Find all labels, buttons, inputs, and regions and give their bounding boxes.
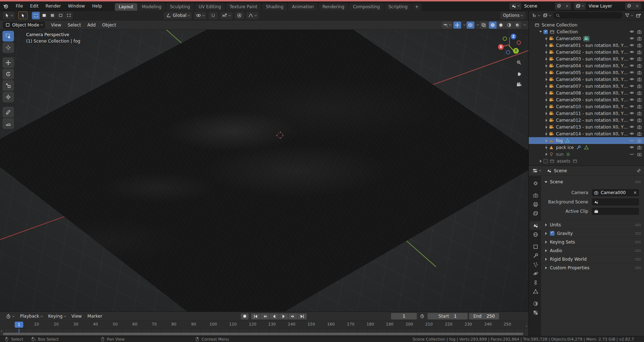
gizmo-dropdown[interactable] bbox=[463, 23, 466, 26]
active-tool-dropdown[interactable] bbox=[3, 12, 15, 19]
disable-render-icon[interactable] bbox=[637, 97, 642, 102]
tool-select-box[interactable] bbox=[3, 31, 14, 42]
select-mode-extend[interactable] bbox=[40, 12, 48, 19]
outliner-row-pack-ice[interactable]: pack ice bbox=[529, 144, 644, 151]
properties-tab-texture[interactable] bbox=[530, 308, 541, 317]
proportional-editing-toggle[interactable] bbox=[235, 12, 244, 19]
properties-tab-constraints[interactable] bbox=[530, 278, 541, 287]
disable-render-icon[interactable] bbox=[637, 84, 642, 89]
properties-tab-scene[interactable] bbox=[530, 221, 541, 230]
outliner-display-mode-dropdown[interactable] bbox=[542, 13, 552, 18]
render-disabled-icon[interactable] bbox=[637, 152, 642, 157]
prev-keyframe-button[interactable] bbox=[260, 313, 269, 319]
disclosure-arrow[interactable] bbox=[545, 85, 548, 88]
gizmo-y-axis[interactable]: Y bbox=[513, 48, 519, 54]
outliner-row-fog[interactable]: fog bbox=[529, 137, 644, 144]
workspace-tab-add[interactable]: + bbox=[412, 3, 421, 11]
outliner-row-camera008-sun-rotation-x0-y70-[interactable]: Camera008 - sun rotation X0, Y70, Z20 bbox=[529, 90, 644, 96]
workspace-tab-texture-paint[interactable]: Texture Paint bbox=[226, 3, 261, 11]
add-view-layer-icon[interactable] bbox=[625, 3, 633, 10]
outliner-row-camera010-sun-rotation-x0-y70-[interactable]: Camera010 - sun rotation X0, Y70, Z100 bbox=[529, 103, 644, 110]
disclosure-arrow[interactable] bbox=[545, 98, 548, 101]
disable-render-icon[interactable] bbox=[637, 70, 642, 75]
properties-tab-render[interactable] bbox=[530, 191, 541, 200]
panel-collapsed-caret[interactable] bbox=[545, 241, 547, 244]
viewport-menu-select[interactable]: Select bbox=[64, 23, 84, 28]
zoom-button[interactable] bbox=[514, 58, 524, 67]
shading-dropdown[interactable] bbox=[523, 23, 526, 26]
remove-view-layer-icon[interactable]: × bbox=[633, 4, 641, 9]
timeline-menu-view[interactable]: View bbox=[69, 314, 84, 319]
disclosure-arrow[interactable] bbox=[545, 51, 548, 54]
panel-drag-handle[interactable] bbox=[635, 266, 640, 269]
workspace-tab-scripting[interactable]: Scripting bbox=[385, 3, 411, 11]
background-scene-field[interactable] bbox=[592, 198, 639, 206]
hide-viewport-icon[interactable] bbox=[629, 57, 634, 62]
scene-panel-header[interactable]: Scene bbox=[541, 178, 644, 186]
view-layer-selector[interactable]: View Layer × bbox=[574, 3, 641, 10]
disclosure-arrow[interactable] bbox=[545, 37, 548, 40]
mode-dropdown[interactable]: Object Mode bbox=[3, 21, 45, 29]
menu-edit[interactable]: Edit bbox=[26, 4, 42, 9]
panel-audio[interactable]: Audio bbox=[541, 246, 644, 255]
outliner-row-camera012-sun-rotation-x0-y70-[interactable]: Camera012 - sun rotation X0, Y70, Z250 bbox=[529, 117, 644, 124]
workspace-tab-rendering[interactable]: Rendering bbox=[318, 3, 348, 11]
hide-viewport-icon[interactable] bbox=[629, 125, 634, 130]
disable-render-icon[interactable] bbox=[637, 145, 642, 150]
panel-drag-handle[interactable] bbox=[635, 249, 640, 252]
jump-to-start-button[interactable] bbox=[251, 313, 260, 319]
viewport-menu-add[interactable]: Add bbox=[84, 23, 99, 28]
timeline-menu-playback[interactable]: Playback bbox=[17, 314, 45, 319]
properties-tab-object[interactable] bbox=[530, 242, 541, 251]
hide-viewport-icon[interactable] bbox=[629, 104, 634, 109]
disable-render-icon[interactable] bbox=[637, 125, 642, 130]
outliner-row-camera011-sun-rotation-x0-y70-[interactable]: Camera011 - sun rotation X0, Y70, Z280 bbox=[529, 110, 644, 117]
gizmo-z-neg[interactable] bbox=[506, 50, 510, 54]
panel-collapsed-caret[interactable] bbox=[545, 266, 547, 269]
hide-viewport-icon[interactable] bbox=[629, 43, 634, 48]
panel-rigid-body-world[interactable]: Rigid Body World bbox=[541, 255, 644, 264]
jump-to-end-button[interactable] bbox=[298, 313, 307, 319]
snap-target-dropdown[interactable] bbox=[220, 12, 233, 19]
cursor-3d[interactable] bbox=[277, 133, 283, 138]
view-layer-icon[interactable] bbox=[574, 3, 586, 10]
timeline-channels[interactable]: › ‹ bbox=[0, 328, 528, 336]
view-layer-name[interactable]: View Layer bbox=[586, 3, 625, 10]
workspace-tab-uv-editing[interactable]: UV Editing bbox=[195, 3, 225, 11]
hide-viewport-icon[interactable] bbox=[629, 77, 634, 82]
tool-transform[interactable] bbox=[3, 92, 14, 102]
outliner-row-assets[interactable]: assets bbox=[529, 158, 644, 164]
panel-drag-handle[interactable] bbox=[635, 223, 640, 226]
properties-tab-output[interactable] bbox=[530, 200, 541, 209]
disable-render-icon[interactable] bbox=[637, 77, 642, 82]
scene-icon[interactable] bbox=[509, 3, 521, 10]
select-mode-set[interactable] bbox=[32, 12, 40, 19]
menu-file[interactable]: File bbox=[12, 4, 26, 9]
camera-view-button[interactable] bbox=[514, 80, 524, 90]
gizmo-x-axis[interactable]: X bbox=[498, 44, 504, 50]
properties-editor-type-dropdown[interactable] bbox=[532, 168, 542, 173]
disclosure-arrow[interactable] bbox=[545, 44, 548, 47]
show-overlays-toggle[interactable] bbox=[467, 21, 474, 29]
panel-units[interactable]: Units bbox=[541, 221, 644, 229]
disable-render-icon[interactable] bbox=[637, 57, 642, 62]
disclosure-arrow[interactable] bbox=[545, 71, 548, 74]
disable-render-icon[interactable] bbox=[637, 131, 642, 136]
tool-measure[interactable] bbox=[3, 118, 14, 129]
disclosure-arrow[interactable] bbox=[545, 139, 548, 142]
disable-render-icon[interactable] bbox=[637, 50, 642, 55]
scene-selector[interactable]: Scene × bbox=[509, 3, 571, 10]
hide-viewport-icon[interactable] bbox=[629, 111, 634, 116]
panel-collapsed-caret[interactable] bbox=[545, 223, 547, 226]
viewport-menu-object[interactable]: Object bbox=[99, 23, 119, 28]
play-button[interactable] bbox=[279, 313, 288, 319]
hide-viewport-icon[interactable] bbox=[629, 70, 634, 75]
properties-tab-world[interactable] bbox=[530, 230, 541, 239]
gizmo-z-axis[interactable]: Z bbox=[511, 34, 516, 39]
disclosure-arrow[interactable] bbox=[545, 105, 548, 108]
viewport-canvas[interactable]: Camera Perspective (1) Scene Collection … bbox=[0, 30, 528, 312]
proportional-falloff-dropdown[interactable] bbox=[246, 12, 259, 19]
properties-tab-physics[interactable] bbox=[530, 269, 541, 278]
disclosure-arrow[interactable] bbox=[545, 119, 548, 122]
disable-render-icon[interactable] bbox=[637, 118, 642, 123]
